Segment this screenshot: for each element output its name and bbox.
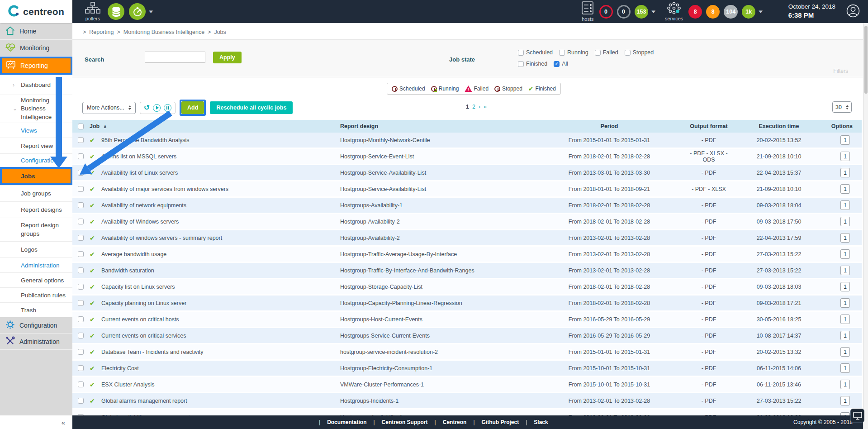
- user-profile-icon[interactable]: [846, 4, 860, 19]
- centreon-logo[interactable]: centreon: [0, 0, 72, 23]
- hosts-chevron-down-icon[interactable]: ▾: [652, 9, 656, 14]
- sidebar-item-report-designs[interactable]: Report designs: [0, 201, 72, 218]
- row-checkbox[interactable]: [78, 381, 84, 387]
- job-state-checkbox[interactable]: Scheduled: [518, 49, 553, 56]
- options-input[interactable]: 1: [840, 266, 850, 275]
- sidebar-collapse-button[interactable]: «: [62, 419, 65, 426]
- service-status-badge[interactable]: 104: [724, 5, 738, 19]
- row-checkbox[interactable]: [78, 349, 84, 355]
- sidebar-item-administration-link[interactable]: Administration: [0, 257, 72, 272]
- row-checkbox[interactable]: [78, 398, 84, 404]
- page-last-link[interactable]: »: [484, 104, 487, 110]
- footer-link[interactable]: Documentation: [327, 419, 366, 425]
- row-checkbox[interactable]: [78, 202, 84, 208]
- service-status-badge[interactable]: 1k: [742, 5, 755, 19]
- checkbox-box[interactable]: [625, 50, 631, 56]
- job-name-link[interactable]: Global alarms management report: [101, 398, 340, 404]
- sidebar-item-publication-rules[interactable]: Publication rules: [0, 287, 72, 302]
- job-state-checkbox[interactable]: Finished: [518, 61, 547, 67]
- sidebar-item-monitoring-business-intelligence[interactable]: ⌄ Monitoring Business Intelligence: [0, 95, 72, 123]
- refresh-icon[interactable]: ↺: [144, 104, 150, 111]
- page-2-link[interactable]: 2: [472, 104, 475, 110]
- job-name-link[interactable]: Capacity planning on Linux server: [101, 300, 340, 306]
- services-menu[interactable]: services: [665, 2, 683, 21]
- column-report-design[interactable]: Report design: [340, 123, 535, 129]
- footer-link[interactable]: Centreon: [443, 419, 467, 425]
- sidebar-item-home[interactable]: Home: [0, 23, 72, 40]
- fullscreen-button[interactable]: [850, 409, 864, 423]
- job-state-checkbox[interactable]: Failed: [595, 49, 618, 56]
- job-name-link[interactable]: Availability of Windows servers: [101, 219, 340, 225]
- sidebar-item-administration[interactable]: Administration: [0, 334, 72, 350]
- checkbox-box[interactable]: [518, 50, 524, 56]
- options-input[interactable]: 1: [840, 298, 850, 308]
- pollers-menu[interactable]: pollers: [85, 2, 100, 21]
- vertical-scrollbar[interactable]: [863, 23, 868, 429]
- page-current[interactable]: 1: [466, 104, 469, 110]
- column-output-format[interactable]: Output format: [684, 123, 734, 129]
- sort-asc-icon[interactable]: ∧: [103, 124, 107, 129]
- page-next-link[interactable]: ›: [479, 104, 480, 110]
- host-status-badge[interactable]: 153: [635, 5, 649, 19]
- service-status-badge[interactable]: 8: [688, 5, 702, 19]
- sidebar-item-reporting[interactable]: Reporting: [0, 57, 72, 75]
- sidebar-item-jobs[interactable]: Jobs: [0, 167, 72, 185]
- job-name-link[interactable]: ESX Cluster Analysis: [101, 381, 340, 388]
- host-status-badge[interactable]: 0: [617, 5, 631, 19]
- host-status-badge[interactable]: 0: [599, 5, 613, 19]
- footer-link[interactable]: Centreon Support: [382, 419, 428, 425]
- options-input[interactable]: 1: [840, 331, 850, 340]
- sidebar-item-monitoring[interactable]: Monitoring: [0, 40, 72, 57]
- options-input[interactable]: 1: [840, 363, 850, 373]
- sidebar-item-report-view[interactable]: Report view: [0, 138, 72, 153]
- row-checkbox[interactable]: [78, 333, 84, 338]
- job-name-link[interactable]: 95th Percentile Bandwidth Analysis: [101, 137, 340, 143]
- sidebar-item-report-design-groups[interactable]: Report design groups: [0, 218, 72, 241]
- job-name-link[interactable]: Database Team - Incidents and reactivity: [101, 349, 340, 355]
- row-checkbox[interactable]: [78, 284, 84, 290]
- row-checkbox[interactable]: [78, 316, 84, 322]
- page-size-select[interactable]: 30: [832, 101, 852, 113]
- row-checkbox[interactable]: [78, 235, 84, 241]
- sidebar-item-general-options[interactable]: General options: [0, 272, 72, 287]
- sidebar-item-logos[interactable]: Logos: [0, 241, 72, 257]
- breadcrumb-link[interactable]: Reporting: [89, 29, 114, 35]
- job-name-link[interactable]: Average bandwidth usage: [101, 251, 340, 257]
- job-name-link[interactable]: Current events on critical services: [101, 333, 340, 339]
- sidebar-item-job-groups[interactable]: Job groups: [0, 185, 72, 201]
- job-name-link[interactable]: Alarms list on MSSQL servers: [101, 153, 340, 160]
- row-checkbox[interactable]: [78, 153, 84, 159]
- job-state-checkbox[interactable]: Stopped: [625, 49, 654, 56]
- row-checkbox[interactable]: [78, 365, 84, 371]
- gauge-status-icon[interactable]: [129, 3, 146, 20]
- options-input[interactable]: 1: [840, 217, 850, 226]
- play-icon[interactable]: [153, 104, 161, 112]
- checkbox-box[interactable]: [554, 61, 560, 67]
- row-checkbox[interactable]: [78, 137, 84, 143]
- options-input[interactable]: 1: [840, 396, 850, 405]
- job-name-link[interactable]: Electricity Cost: [101, 365, 340, 372]
- options-input[interactable]: 1: [840, 282, 850, 291]
- job-name-link[interactable]: Availability of network equipments: [101, 202, 340, 209]
- job-name-link[interactable]: Bandwidth saturation: [101, 267, 340, 274]
- add-button[interactable]: Add: [181, 101, 204, 114]
- sidebar-item-views[interactable]: Views: [0, 123, 72, 138]
- options-input[interactable]: 1: [840, 380, 850, 389]
- job-state-checkbox[interactable]: All: [554, 61, 568, 67]
- row-checkbox[interactable]: [78, 186, 84, 192]
- job-name-link[interactable]: Availability list of Linux servers: [101, 170, 340, 176]
- apply-button[interactable]: Apply: [213, 52, 242, 63]
- checkbox-box[interactable]: [559, 50, 565, 56]
- services-chevron-down-icon[interactable]: ▾: [759, 9, 763, 14]
- poller-chevron-down-icon[interactable]: ▾: [149, 9, 153, 14]
- job-name-link[interactable]: Availability of windows servers - summar…: [101, 235, 340, 241]
- options-input[interactable]: 1: [840, 184, 850, 194]
- options-input[interactable]: 1: [840, 347, 850, 357]
- database-status-icon[interactable]: [108, 3, 124, 20]
- sidebar-item-configuration[interactable]: Configuration: [0, 317, 72, 334]
- row-checkbox[interactable]: [78, 219, 84, 224]
- checkbox-box[interactable]: [595, 50, 601, 56]
- column-period[interactable]: Period: [535, 123, 684, 129]
- select-all-checkbox[interactable]: [78, 124, 84, 129]
- column-execution-time[interactable]: Execution time: [734, 123, 824, 129]
